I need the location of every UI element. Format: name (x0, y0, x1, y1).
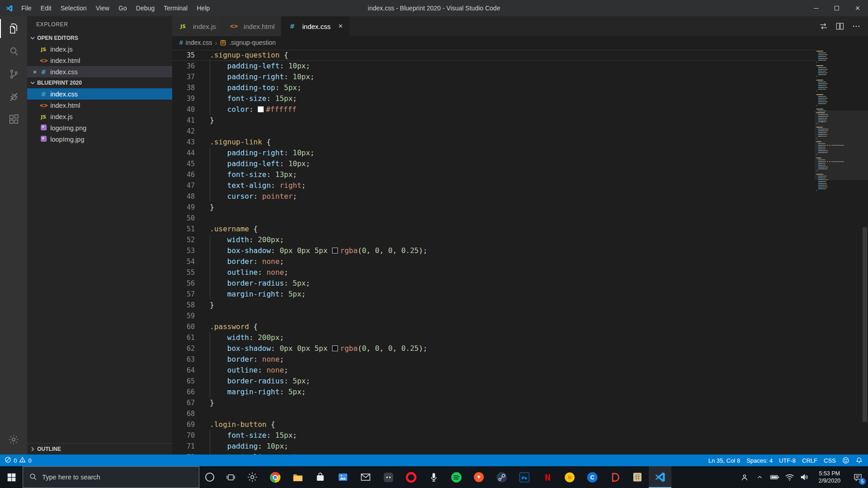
start-button[interactable] (0, 466, 23, 488)
section-header-outline[interactable]: OUTLINE (27, 444, 172, 455)
file-item[interactable]: <>index.html (27, 55, 172, 66)
code-line[interactable]: 49} (172, 202, 815, 213)
notifications-bell-icon[interactable] (856, 457, 863, 464)
problems-indicator[interactable]: 0 0 (5, 456, 31, 464)
code-line[interactable]: 55 outline: none; (172, 267, 815, 278)
code-line[interactable]: 69.login-button { (172, 419, 815, 430)
taskbar-app-brave[interactable] (468, 466, 490, 488)
code-line[interactable]: 36 padding-left: 10px; (172, 61, 815, 72)
tray-volume-icon[interactable] (797, 466, 812, 488)
close-editor-icon[interactable]: × (31, 68, 39, 76)
file-item[interactable]: ×#index.css (27, 66, 172, 77)
file-item[interactable]: loopImg.jpg (27, 134, 172, 145)
code-line[interactable]: 57 margin-right: 5px; (172, 289, 815, 300)
minimap-slider[interactable] (815, 110, 868, 180)
taskbar-app-dark-app[interactable] (377, 466, 400, 488)
activity-debug-icon[interactable] (0, 85, 27, 108)
code-line[interactable]: 50 (172, 213, 815, 224)
menu-selection[interactable]: Selection (56, 0, 92, 16)
task-view-button[interactable] (220, 466, 241, 488)
taskbar-clock[interactable]: 5:53 PM 2/9/2020 (812, 470, 847, 485)
file-item[interactable]: <>index.html (27, 100, 172, 111)
action-center-button[interactable]: 5 (847, 466, 868, 488)
taskbar-app-file-explorer[interactable] (286, 466, 309, 488)
open-changes-icon[interactable] (819, 22, 828, 31)
menu-file[interactable]: File (17, 0, 36, 16)
code-line[interactable]: 71 padding: 10px; (172, 441, 815, 452)
taskbar-app-photoshop[interactable]: Ps (513, 466, 535, 488)
menu-debug[interactable]: Debug (131, 0, 159, 16)
file-item[interactable]: logoImg.png (27, 122, 172, 134)
taskbar-app-vscode[interactable] (649, 466, 671, 488)
activity-explorer-icon[interactable] (0, 17, 27, 40)
taskbar-app-netflix[interactable] (535, 466, 558, 488)
menu-edit[interactable]: Edit (36, 0, 56, 16)
code-line[interactable]: 44 padding-right: 10px; (172, 148, 815, 158)
code-line[interactable]: 72 text-align: center; (172, 452, 815, 455)
section-header-open-editors[interactable]: OPEN EDITORS (27, 33, 172, 43)
file-item[interactable]: JSindex.js (27, 111, 172, 122)
taskbar-app-store[interactable] (309, 466, 332, 488)
section-header-blueprint-2020[interactable]: BLUEPRINT 2020 (27, 77, 172, 88)
taskbar-search[interactable]: Type here to search (23, 466, 199, 488)
tray-people-icon[interactable] (737, 466, 752, 488)
feedback-smiley-icon[interactable] (842, 457, 849, 464)
activity-search-icon[interactable] (0, 40, 27, 62)
code-line[interactable]: 42 (172, 126, 815, 137)
code-line[interactable]: 63 border: none; (172, 354, 815, 365)
minimap[interactable] (816, 49, 862, 455)
file-item[interactable]: JSindex.js (27, 43, 172, 55)
menu-help[interactable]: Help (192, 0, 214, 16)
maximize-button[interactable] (826, 0, 847, 16)
code-editor[interactable]: 35.signup-question {36 padding-left: 10p… (172, 49, 868, 455)
code-line[interactable]: 54 border: none; (172, 256, 815, 267)
taskbar-app-chrome[interactable] (264, 466, 286, 488)
tray-network-icon[interactable] (782, 466, 797, 488)
taskbar-app-photos[interactable] (332, 466, 354, 488)
code-line[interactable]: 66 margin-right: 5px; (172, 387, 815, 397)
more-actions-icon[interactable] (852, 22, 861, 31)
close-button[interactable]: × (847, 0, 868, 16)
code-line[interactable]: 62 box-shadow: 0px 0px 5px rgba(0, 0, 0,… (172, 343, 815, 354)
code-line[interactable]: 64 outline: none; (172, 365, 815, 376)
breadcrumb[interactable]: #index.css›.signup-question (172, 36, 868, 49)
activity-source-control-icon[interactable] (0, 62, 27, 85)
code-line[interactable]: 56 border-radius: 5px; (172, 278, 815, 289)
close-tab-icon[interactable]: × (338, 22, 343, 31)
code-line[interactable]: 58} (172, 300, 815, 311)
code-line[interactable]: 35.signup-question { (172, 50, 815, 61)
activity-settings-icon[interactable] (0, 428, 27, 451)
code-line[interactable]: 60.password { (172, 321, 815, 332)
code-line[interactable]: 68 (172, 408, 815, 419)
taskbar-app-calculator[interactable] (626, 466, 649, 488)
code-line[interactable]: 48 cursor: pointer; (172, 191, 815, 202)
code-line[interactable]: 37 padding-right: 10px; (172, 72, 815, 82)
code-line[interactable]: 65 border-radius: 5px; (172, 376, 815, 387)
taskbar-app-c-app[interactable]: C (581, 466, 603, 488)
taskbar-app-settings[interactable] (241, 466, 264, 488)
breadcrumb-item[interactable]: .signup-question (229, 39, 276, 46)
activity-extensions-icon[interactable] (0, 108, 27, 130)
split-editor-icon[interactable] (835, 22, 844, 31)
file-item[interactable]: #index.css (27, 88, 172, 100)
code-line[interactable]: 67} (172, 397, 815, 408)
status-item[interactable]: Spaces: 4 (747, 457, 773, 464)
code-line[interactable]: 45 padding-left: 10px; (172, 158, 815, 169)
scrollbar-thumb[interactable] (863, 227, 867, 422)
code-line[interactable]: 51.username { (172, 224, 815, 234)
code-line[interactable]: 43.signup-link { (172, 137, 815, 148)
tab-index-js[interactable]: JSindex.js (172, 16, 223, 36)
code-line[interactable]: 39 font-size: 15px; (172, 93, 815, 104)
code-line[interactable]: 59 (172, 311, 815, 321)
status-item[interactable]: UTF-8 (779, 457, 796, 464)
taskbar-app-spotify[interactable] (445, 466, 468, 488)
menu-go[interactable]: Go (114, 0, 131, 16)
taskbar-app-yellow-app[interactable] (558, 466, 581, 488)
tab-index-html[interactable]: <>index.html (223, 16, 281, 36)
status-item[interactable]: CRLF (802, 457, 817, 464)
code-line[interactable]: 53 box-shadow: 0px 0px 5px rgba(0, 0, 0,… (172, 245, 815, 256)
breadcrumb-item[interactable]: index.css (186, 39, 212, 46)
code-line[interactable]: 40 color: #ffffff (172, 104, 815, 115)
editor-scrollbar[interactable] (862, 49, 868, 455)
taskbar-app-red-d-app[interactable] (603, 466, 626, 488)
